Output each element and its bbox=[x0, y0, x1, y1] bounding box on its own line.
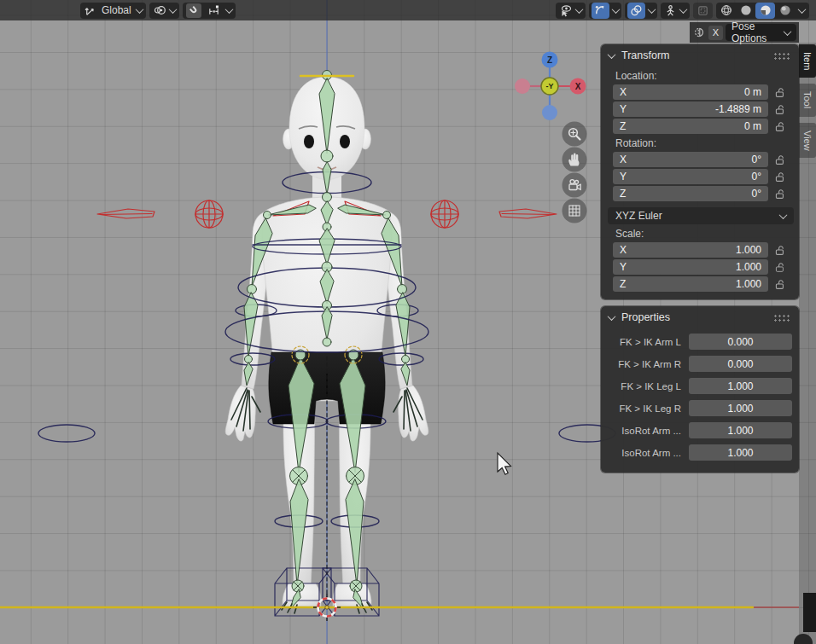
scale-y-field[interactable]: Y 1.000 bbox=[613, 259, 768, 275]
location-x-field[interactable]: X 0 m bbox=[613, 84, 768, 100]
tab-tool[interactable]: Tool bbox=[799, 84, 816, 116]
fk-ik-leg-r-slider[interactable]: 1.000 bbox=[689, 400, 792, 416]
properties-panel: Properties FK > IK Arm L 0.000 FK > IK A… bbox=[601, 306, 799, 473]
solid-sphere-icon bbox=[740, 4, 752, 16]
pivot-point-icon bbox=[153, 3, 166, 17]
fk-ik-arm-l-slider[interactable]: 0.000 bbox=[689, 334, 792, 350]
isorot-arm-2-slider[interactable]: 1.000 bbox=[689, 444, 792, 461]
axis-value: 1.000 bbox=[736, 261, 761, 273]
axis-label: Z bbox=[620, 120, 626, 132]
property-label: FK > IK Leg R bbox=[608, 403, 681, 414]
grid-ortho-button[interactable] bbox=[562, 199, 587, 223]
lock-scale-y[interactable] bbox=[774, 261, 786, 273]
lock-rotation-z[interactable] bbox=[774, 188, 786, 200]
gizmo-axis-neg-z[interactable] bbox=[542, 105, 557, 120]
overlays-toggle-button[interactable] bbox=[627, 3, 645, 19]
chevron-down-icon bbox=[224, 5, 233, 14]
partial-nav-circle bbox=[794, 634, 813, 644]
rotation-mode-select[interactable]: XYZ Euler bbox=[608, 207, 794, 224]
property-value: 1.000 bbox=[727, 425, 753, 437]
mirror-x-toggle[interactable]: X bbox=[708, 26, 723, 40]
fk-ik-leg-l-slider[interactable]: 1.000 bbox=[689, 378, 792, 394]
property-value: 0.000 bbox=[727, 358, 753, 370]
chevron-down-icon bbox=[612, 5, 621, 14]
property-label: FK > IK Leg L bbox=[608, 381, 681, 392]
pose-options-dropdown[interactable]: Pose Options bbox=[726, 24, 796, 41]
lock-scale-z[interactable] bbox=[774, 278, 786, 290]
rotation-x-field[interactable]: X 0° bbox=[613, 152, 768, 167]
sidebar-tab-strip: Item Tool View bbox=[799, 43, 816, 644]
axis-value: 1.000 bbox=[736, 278, 761, 290]
location-z-field[interactable]: Z 0 m bbox=[613, 119, 768, 134]
shading-material-button[interactable] bbox=[755, 3, 775, 19]
properties-panel-header[interactable]: Properties bbox=[601, 306, 799, 328]
pivot-point-dropdown[interactable] bbox=[149, 3, 179, 19]
fk-ik-arm-r-slider[interactable]: 0.000 bbox=[689, 356, 792, 372]
zoom-nav-button[interactable] bbox=[562, 122, 587, 147]
axis-value: 0 m bbox=[744, 86, 761, 98]
navigation-gizmo[interactable]: Z X -Y bbox=[515, 52, 586, 121]
drag-dots-icon bbox=[773, 314, 791, 322]
snap-increments-icon bbox=[207, 4, 220, 17]
shading-rendered-button[interactable] bbox=[775, 3, 795, 19]
snap-magnet-icon bbox=[188, 4, 200, 16]
chevron-down-icon bbox=[648, 5, 656, 14]
lock-location-x[interactable] bbox=[774, 86, 786, 98]
transform-panel: Transform Location: X 0 m Y -1.4889 m bbox=[601, 44, 799, 299]
location-label: Location: bbox=[615, 70, 799, 82]
rotation-z-field[interactable]: Z 0° bbox=[613, 186, 768, 201]
gizmos-toggle-button[interactable] bbox=[592, 3, 609, 19]
axis-label: Y bbox=[620, 261, 627, 273]
gizmo-x-label: X bbox=[575, 82, 581, 91]
axis-value: -1.4889 m bbox=[715, 103, 761, 115]
gizmo-axis-neg-y[interactable]: -Y bbox=[541, 78, 558, 95]
chevron-down-icon bbox=[575, 5, 584, 14]
shading-wireframe-button[interactable] bbox=[716, 3, 736, 19]
lock-location-y[interactable] bbox=[774, 103, 786, 115]
lock-location-z[interactable] bbox=[774, 120, 786, 132]
transform-panel-header[interactable]: Transform bbox=[601, 44, 799, 67]
gizmo-axis-neg-x[interactable] bbox=[515, 78, 530, 94]
collapse-chevron-icon bbox=[608, 312, 616, 321]
chevron-down-icon bbox=[679, 5, 688, 14]
render-preview-icon bbox=[697, 4, 709, 17]
visibility-dropdown[interactable] bbox=[556, 3, 586, 19]
render-preview-button[interactable] bbox=[693, 3, 713, 19]
panel-title: Transform bbox=[621, 49, 670, 61]
transform-orientation-dropdown[interactable]: Global bbox=[80, 3, 146, 19]
lock-rotation-y[interactable] bbox=[774, 171, 786, 183]
axis-label: Y bbox=[620, 171, 627, 183]
tab-item[interactable]: Item bbox=[799, 44, 816, 78]
lock-rotation-x[interactable] bbox=[774, 154, 786, 165]
transform-orientation-icon bbox=[84, 4, 96, 17]
gizmo-axis-z[interactable]: Z bbox=[542, 52, 558, 68]
pan-hand-button[interactable] bbox=[562, 148, 587, 172]
scale-x-field[interactable]: X 1.000 bbox=[613, 242, 768, 258]
snap-settings-button[interactable] bbox=[205, 3, 223, 19]
property-label: IsoRot Arm ... bbox=[608, 448, 681, 458]
shading-dropdown-button[interactable] bbox=[795, 3, 809, 19]
isorot-arm-1-slider[interactable]: 1.000 bbox=[689, 422, 792, 438]
property-label: FK > IK Arm L bbox=[608, 337, 681, 347]
wireframe-sphere-icon bbox=[720, 4, 732, 16]
rendered-sphere-icon bbox=[779, 4, 791, 16]
blender-window: Z X -Y bbox=[0, 0, 816, 644]
tab-view[interactable]: View bbox=[799, 123, 816, 159]
lock-scale-x[interactable] bbox=[774, 244, 786, 256]
rotation-y-field[interactable]: Y 0° bbox=[613, 169, 768, 184]
gizmos-icon bbox=[594, 4, 607, 17]
shading-solid-button[interactable] bbox=[736, 3, 755, 19]
axis-value: 1.000 bbox=[736, 244, 761, 256]
rotation-mode-value: XYZ Euler bbox=[615, 210, 662, 222]
location-y-field[interactable]: Y -1.4889 m bbox=[613, 102, 768, 117]
snap-toggle-button[interactable] bbox=[186, 3, 201, 18]
scale-z-field[interactable]: Z 1.000 bbox=[613, 276, 768, 292]
panel-title: Properties bbox=[621, 311, 670, 323]
gizmo-axis-x[interactable]: X bbox=[570, 78, 586, 95]
gizmo-negy-label: -Y bbox=[546, 82, 554, 90]
axis-value: 0 m bbox=[744, 120, 761, 132]
property-value: 1.000 bbox=[727, 447, 753, 459]
axis-label: X bbox=[620, 86, 627, 98]
material-sphere-icon bbox=[760, 4, 772, 16]
camera-view-button[interactable] bbox=[562, 173, 587, 198]
